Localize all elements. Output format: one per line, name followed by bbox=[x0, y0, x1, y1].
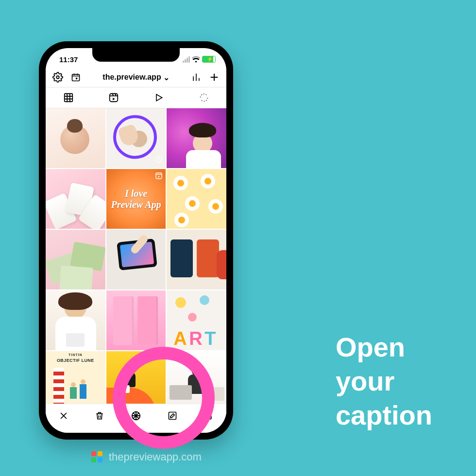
reel-icon bbox=[155, 172, 163, 182]
feed-grid: I love Preview App bbox=[46, 108, 226, 411]
caption-line: caption bbox=[336, 398, 432, 432]
grid-tile[interactable] bbox=[106, 230, 166, 289]
grid-tile[interactable] bbox=[167, 108, 226, 168]
watermark-logo-icon bbox=[90, 450, 104, 464]
grid-tile[interactable] bbox=[46, 230, 105, 289]
app-header: the.preview.app ⌄ bbox=[46, 68, 226, 87]
edit-icon[interactable] bbox=[168, 411, 177, 421]
svg-rect-1 bbox=[72, 74, 80, 81]
account-switcher[interactable]: the.preview.app ⌄ bbox=[102, 73, 169, 82]
account-label: the.preview.app bbox=[102, 73, 161, 82]
grid-tile[interactable]: A R T bbox=[167, 290, 226, 350]
phone-notch bbox=[92, 48, 180, 62]
grid-tile[interactable] bbox=[167, 169, 226, 229]
close-icon[interactable] bbox=[59, 411, 68, 421]
scheduled-icon bbox=[155, 155, 163, 165]
share-icon[interactable] bbox=[204, 410, 213, 421]
filter-icon[interactable] bbox=[131, 410, 141, 421]
watermark-text: thepreviewapp.com bbox=[109, 451, 202, 463]
svg-point-2 bbox=[76, 78, 77, 79]
grid-tile[interactable]: I love Preview App bbox=[106, 169, 166, 229]
svg-rect-8 bbox=[169, 412, 176, 419]
grid-tile[interactable] bbox=[46, 108, 105, 168]
svg-rect-4 bbox=[109, 94, 118, 102]
tab-reels[interactable] bbox=[91, 87, 136, 108]
wifi-icon bbox=[192, 56, 200, 63]
grid-tile[interactable] bbox=[106, 351, 166, 411]
caption-line: your bbox=[336, 364, 432, 398]
grid-tile[interactable] bbox=[167, 351, 226, 411]
watermark: thepreviewapp.com bbox=[90, 450, 202, 464]
tab-refresh[interactable] bbox=[181, 87, 226, 108]
svg-rect-3 bbox=[64, 94, 72, 102]
signal-icon bbox=[183, 56, 190, 63]
svg-point-0 bbox=[56, 76, 59, 79]
instruction-caption: Open your caption bbox=[336, 330, 432, 432]
chevron-down-icon: ⌄ bbox=[163, 73, 170, 82]
phone-frame: 11:37 ⚡ the.preview.app ⌄ bbox=[39, 41, 233, 440]
grid-tile[interactable] bbox=[46, 169, 105, 229]
tile-top-label: TINTIN bbox=[46, 353, 105, 357]
grid-tile[interactable] bbox=[106, 108, 166, 168]
gear-icon[interactable] bbox=[52, 72, 63, 83]
grid-tile[interactable] bbox=[106, 290, 166, 350]
tile-label-objectif: OBJECTIF LUNE bbox=[46, 358, 105, 363]
grid-tile[interactable]: TINTIN OBJECTIF LUNE bbox=[46, 351, 105, 411]
calendar-icon[interactable] bbox=[71, 72, 81, 82]
battery-icon: ⚡ bbox=[202, 56, 216, 63]
grid-tile[interactable] bbox=[167, 230, 226, 289]
tab-video[interactable] bbox=[136, 87, 181, 108]
svg-rect-6 bbox=[156, 173, 162, 179]
grid-tile[interactable] bbox=[46, 290, 105, 350]
trash-icon[interactable] bbox=[95, 410, 104, 421]
action-bar bbox=[46, 404, 226, 433]
tab-grid[interactable] bbox=[46, 87, 91, 108]
phone-screen: 11:37 ⚡ the.preview.app ⌄ bbox=[46, 48, 226, 433]
status-time: 11:37 bbox=[59, 55, 78, 64]
caption-line: Open bbox=[336, 330, 432, 364]
plus-icon[interactable] bbox=[209, 72, 220, 83]
analytics-icon[interactable] bbox=[191, 72, 201, 82]
view-tabs bbox=[46, 87, 226, 108]
